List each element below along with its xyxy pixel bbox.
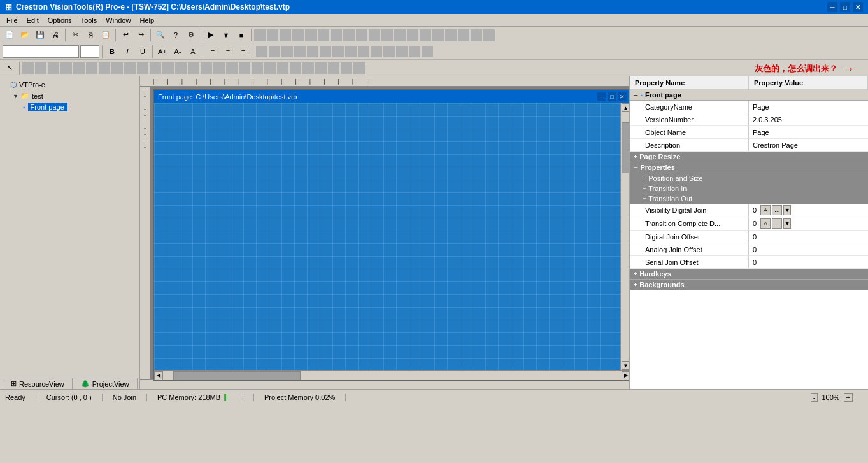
prop-dig-offset-value[interactable]: 0 [749,231,868,243]
draw-btn-5[interactable] [73,62,85,74]
draw-btn-14[interactable] [188,62,199,74]
mdi-controls[interactable]: ─ □ ✕ [597,92,627,101]
tb-btn-16[interactable] [445,29,457,41]
tf-btn-8[interactable] [345,46,357,57]
tb-btn-6[interactable] [318,29,329,41]
tree-item-test[interactable]: ▼ 📁 test [3,90,137,101]
subsection-transition-in[interactable]: + Transition In [630,183,868,194]
prop-version-value[interactable]: 2.0.3.205 [749,113,868,125]
vis-dig-a-btn[interactable]: A [760,205,771,215]
prop-objname-value[interactable]: Page [749,126,868,138]
tb-btn-13[interactable] [407,29,418,41]
section-front-page[interactable]: ─ ▪ Front page [630,90,868,101]
draw-btn-12[interactable] [162,62,174,74]
zoom-increase-btn[interactable]: + [844,393,853,402]
menu-edit[interactable]: Edit [23,15,43,25]
bold-btn[interactable]: B [105,45,119,59]
backgrounds-expand-icon[interactable]: + [634,281,637,288]
title-controls[interactable]: ─ □ ✕ [827,2,863,12]
trans-comp-down-btn[interactable]: ▼ [783,218,791,229]
properties-expand-icon[interactable]: ─ [634,164,637,171]
open-btn[interactable]: 📂 [18,28,32,42]
tf-btn-4[interactable] [294,46,306,57]
menu-help[interactable]: Help [136,15,158,25]
h-scroll-right-btn[interactable]: ▶ [622,371,629,380]
draw-btn-6[interactable] [86,62,97,74]
tb-btn-3[interactable] [280,29,291,41]
tb-btn-2[interactable] [267,29,278,41]
subsection-transition-out[interactable]: + Transition Out [630,194,868,204]
tf-btn-3[interactable] [281,46,293,57]
tf-btn-10[interactable] [371,46,382,57]
vertical-scrollbar[interactable]: ▲ ▼ [620,103,629,370]
draw-btn-3[interactable] [48,62,59,74]
trans-in-expand-icon[interactable]: + [643,185,646,192]
mdi-close-btn[interactable]: ✕ [618,92,627,101]
draw-btn-8[interactable] [111,62,123,74]
v-scroll-down-btn[interactable]: ▼ [622,361,630,370]
menu-tools[interactable]: Tools [77,15,101,25]
tb-btn-12[interactable] [394,29,406,41]
draw-cursor-btn[interactable]: ↖ [3,61,17,75]
tb-btn-17[interactable] [458,29,469,41]
draw-btn-19[interactable] [252,62,263,74]
draw-btn-13[interactable] [175,62,187,74]
section-backgrounds[interactable]: + Backgrounds [630,280,868,290]
draw-btn-1[interactable] [22,62,34,74]
save-btn[interactable]: 💾 [33,28,47,42]
close-btn[interactable]: ✕ [853,2,863,12]
front-page-expand-icon[interactable]: ─ [634,92,637,98]
draw-btn-18[interactable] [239,62,250,74]
tb-btn-15[interactable] [432,29,444,41]
draw-btn-26[interactable] [341,62,352,74]
tf-btn-11[interactable] [383,46,395,57]
tb-btn-19[interactable] [483,29,495,41]
draw-btn-2[interactable] [35,62,46,74]
align-right-btn[interactable]: ≡ [236,45,250,59]
font-dec-btn[interactable]: A- [171,45,185,59]
help-btn[interactable]: ? [169,28,183,42]
section-properties[interactable]: ─ Properties [630,162,868,173]
new-btn[interactable]: 📄 [3,28,17,42]
tf-btn-7[interactable] [332,46,344,57]
tf-btn-13[interactable] [409,46,420,57]
draw-btn-16[interactable] [213,62,225,74]
draw-btn-20[interactable] [264,62,276,74]
zoom-btn[interactable]: 🔍 [153,28,167,42]
page-resize-expand-icon[interactable]: + [634,153,637,160]
tb-btn-8[interactable] [343,29,355,41]
trans-out-expand-icon[interactable]: + [643,196,646,202]
v-scroll-up-btn[interactable]: ▲ [622,103,630,112]
tf-btn-5[interactable] [307,46,318,57]
mdi-restore-btn[interactable]: □ [608,92,616,101]
tb-btn-10[interactable] [369,29,380,41]
tb-btn-1[interactable] [254,29,266,41]
stop-btn[interactable]: ■ [234,28,248,42]
h-scrollbar-thumb[interactable] [173,371,301,380]
tb-btn-7[interactable] [331,29,342,41]
hardkeys-expand-icon[interactable]: + [634,271,637,277]
tf-btn-12[interactable] [396,46,408,57]
trans-comp-a-btn[interactable]: A [760,218,771,229]
subsection-position-size[interactable]: + Position and Size [630,173,868,183]
cut-btn[interactable]: ✂ [68,28,82,42]
prop-analog-offset-value[interactable]: 0 [749,243,868,255]
menu-window[interactable]: Window [102,15,134,25]
section-hardkeys[interactable]: + Hardkeys [630,269,868,280]
draw-btn-27[interactable] [353,62,365,74]
tb-btn-5[interactable] [305,29,317,41]
draw-btn-24[interactable] [315,62,327,74]
prop-category-value[interactable]: Page [749,101,868,113]
paste-btn[interactable]: 📋 [99,28,113,42]
font-size-input[interactable]: 8 [80,45,99,58]
draw-btn-10[interactable] [137,62,148,74]
tb-btn-4[interactable] [292,29,304,41]
run-dropdown-btn[interactable]: ▼ [219,28,233,42]
underline-btn[interactable]: U [136,45,150,59]
pos-size-expand-icon[interactable]: + [643,175,646,182]
tb-btn-18[interactable] [471,29,482,41]
draw-btn-17[interactable] [226,62,238,74]
tree-child-frontpage[interactable]: ▪ Front page [3,101,137,113]
h-scroll-left-btn[interactable]: ◀ [154,371,163,380]
draw-btn-25[interactable] [328,62,339,74]
